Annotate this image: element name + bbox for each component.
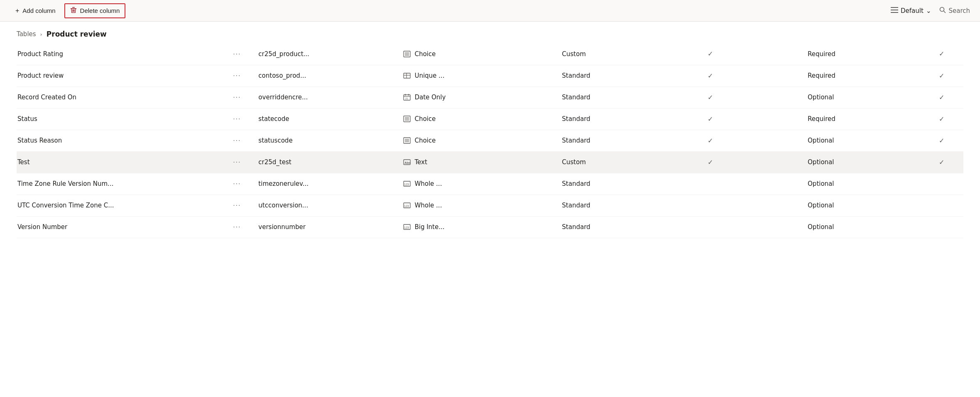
row-type: 123 Big Inte... <box>399 216 559 238</box>
row-context-menu[interactable]: ··· <box>219 65 255 86</box>
row-schema-name: cr25d_product... <box>255 43 399 65</box>
columns-table: Product Rating ··· cr25d_product... Choi… <box>17 43 963 238</box>
type-label: Choice <box>414 50 436 58</box>
table-row[interactable]: Record Created On ··· overriddencre... 2… <box>17 86 963 108</box>
row-schema-name: statecode <box>255 108 399 130</box>
row-context-menu[interactable]: ··· <box>219 86 255 108</box>
svg-line-9 <box>944 11 946 13</box>
type-icon <box>403 72 411 80</box>
type-icon: 123 <box>403 180 411 188</box>
row-custom: Standard <box>559 216 674 238</box>
table-row[interactable]: Version Number ··· versionnumber 123 Big… <box>17 216 963 238</box>
row-check2: ✓ <box>920 65 963 86</box>
delete-icon <box>70 7 77 15</box>
row-type: Abc Text <box>399 151 559 173</box>
table-row[interactable]: UTC Conversion Time Zone C... ··· utccon… <box>17 195 963 216</box>
type-icon: Abc <box>403 158 411 166</box>
row-spacer <box>747 43 804 65</box>
row-type: Unique ... <box>399 65 559 86</box>
svg-rect-6 <box>891 10 898 10</box>
row-display-name: Version Number <box>17 216 219 238</box>
row-display-name: Product Rating <box>17 43 219 65</box>
row-required: Required <box>804 108 920 130</box>
search-label: Search <box>948 7 970 15</box>
row-check2: ✓ <box>920 43 963 65</box>
row-display-name: Time Zone Rule Version Num... <box>17 173 219 195</box>
chevron-down-icon: ⌄ <box>926 7 931 15</box>
type-label: Big Inte... <box>414 223 444 231</box>
row-context-menu[interactable]: ··· <box>219 130 255 151</box>
add-column-button[interactable]: + Add column <box>10 4 61 17</box>
svg-text:123: 123 <box>404 205 409 207</box>
row-type: 123 Whole ... <box>399 173 559 195</box>
type-label: Choice <box>414 137 436 144</box>
row-context-menu[interactable]: ··· <box>219 108 255 130</box>
type-label: Whole ... <box>414 180 442 187</box>
table-container: Product Rating ··· cr25d_product... Choi… <box>0 43 980 238</box>
table-row[interactable]: Test ··· cr25d_test Abc Text Custom ✓ Op… <box>17 151 963 173</box>
table-row[interactable]: Status Reason ··· statuscode Choice Stan… <box>17 130 963 151</box>
table-row[interactable]: Product Rating ··· cr25d_product... Choi… <box>17 43 963 65</box>
row-schema-name: utcconversion... <box>255 195 399 216</box>
row-searchable: ✓ <box>674 151 747 173</box>
add-icon: + <box>15 7 19 15</box>
row-check2 <box>920 173 963 195</box>
row-required: Optional <box>804 130 920 151</box>
svg-text:123: 123 <box>404 226 409 229</box>
svg-text:21: 21 <box>405 97 408 100</box>
row-spacer <box>747 65 804 86</box>
row-custom: Standard <box>559 86 674 108</box>
type-label: Whole ... <box>414 202 442 209</box>
row-context-menu[interactable]: ··· <box>219 173 255 195</box>
breadcrumb: Tables › Product review <box>17 30 963 38</box>
row-custom: Standard <box>559 195 674 216</box>
row-display-name: Product review <box>17 65 219 86</box>
toolbar-right: Default ⌄ Search <box>891 7 970 15</box>
type-icon <box>403 136 411 145</box>
breadcrumb-current: Product review <box>47 30 107 38</box>
row-spacer <box>747 151 804 173</box>
type-icon: 123 <box>403 201 411 210</box>
svg-rect-14 <box>404 73 410 78</box>
row-check2 <box>920 195 963 216</box>
row-type: Choice <box>399 43 559 65</box>
row-spacer <box>747 108 804 130</box>
row-context-menu[interactable]: ··· <box>219 43 255 65</box>
row-required: Required <box>804 43 920 65</box>
type-label: Date Only <box>414 94 446 101</box>
row-custom: Standard <box>559 173 674 195</box>
type-icon: 21 <box>403 93 411 101</box>
row-custom: Standard <box>559 65 674 86</box>
table-row[interactable]: Time Zone Rule Version Num... ··· timezo… <box>17 173 963 195</box>
row-display-name: Status <box>17 108 219 130</box>
row-context-menu[interactable]: ··· <box>219 216 255 238</box>
view-selector[interactable]: Default ⌄ <box>891 7 931 15</box>
add-column-label: Add column <box>22 7 55 14</box>
row-custom: Standard <box>559 130 674 151</box>
table-row[interactable]: Status ··· statecode Choice Standard ✓ R… <box>17 108 963 130</box>
type-label: Choice <box>414 115 436 123</box>
breadcrumb-parent[interactable]: Tables <box>17 30 36 38</box>
type-icon: 123 <box>403 223 411 231</box>
row-display-name: UTC Conversion Time Zone C... <box>17 195 219 216</box>
row-required: Required <box>804 65 920 86</box>
search-area[interactable]: Search <box>939 7 970 15</box>
row-context-menu[interactable]: ··· <box>219 195 255 216</box>
row-required: Optional <box>804 195 920 216</box>
row-context-menu[interactable]: ··· <box>219 151 255 173</box>
svg-rect-0 <box>71 8 76 9</box>
row-spacer <box>747 195 804 216</box>
row-required: Optional <box>804 151 920 173</box>
row-type: Choice <box>399 108 559 130</box>
row-searchable: ✓ <box>674 43 747 65</box>
delete-column-button[interactable]: Delete column <box>64 3 126 18</box>
row-custom: Custom <box>559 151 674 173</box>
row-searchable: ✓ <box>674 108 747 130</box>
row-schema-name: versionnumber <box>255 216 399 238</box>
toolbar: + Add column Delete column <box>0 0 980 22</box>
row-schema-name: timezonerulev... <box>255 173 399 195</box>
svg-point-8 <box>940 7 944 11</box>
table-row[interactable]: Product review ··· contoso_prod... Uniqu… <box>17 65 963 86</box>
svg-rect-5 <box>891 7 898 8</box>
row-spacer <box>747 173 804 195</box>
